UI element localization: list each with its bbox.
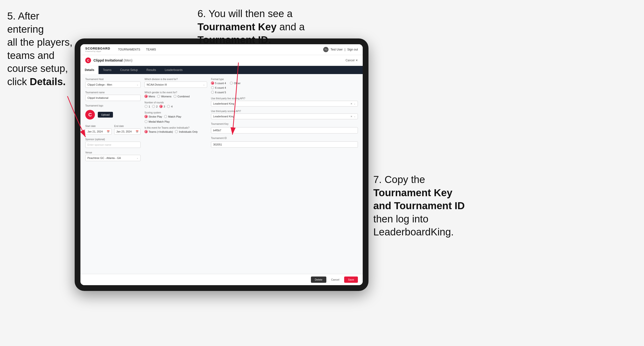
chevron-down-icon: ⌄ — [136, 83, 138, 86]
format-6count5[interactable]: 6 count 5 — [211, 91, 358, 94]
tab-details[interactable]: Details — [80, 66, 98, 74]
third-party-2-label: Use third-party scoring API? — [211, 110, 358, 113]
rounds-4-radio[interactable] — [167, 105, 170, 108]
division-select[interactable]: NCAA Division III ⌄ — [144, 82, 207, 88]
teams-label: Is this event for Teams and/or Individua… — [144, 127, 207, 129]
upload-button[interactable]: Upload — [98, 112, 113, 118]
tablet: SCOREBOARD Powered by clippd TOURNAMENTS… — [75, 38, 368, 291]
gender-mens[interactable]: Mens — [144, 95, 155, 98]
nav-separator: | — [345, 48, 345, 51]
tournament-host-select[interactable]: Clippd College - Men ⌄ — [85, 82, 141, 88]
nav-tournaments[interactable]: TOURNAMENTS — [118, 48, 140, 51]
gender-womens-radio[interactable] — [157, 95, 160, 98]
third-party-1-select[interactable]: Leaderboard King ✕ ⌄ — [211, 101, 358, 107]
individuals-only-radio[interactable] — [175, 130, 178, 133]
gender-mens-radio[interactable] — [144, 95, 148, 98]
col-right: Format type 5 count 4 Other — [211, 78, 358, 270]
main-content: Tournament Host Clippd College - Men ⌄ T… — [80, 74, 363, 274]
user-avatar: TU — [323, 47, 328, 52]
annotation-bottom-right: 7. Copy the Tournament Key and Tournamen… — [373, 173, 522, 239]
calendar-icon: 📅 — [107, 130, 110, 133]
chevron-down-icon-3: ⌄ — [354, 102, 356, 105]
format-other-radio[interactable] — [230, 82, 233, 85]
tournament-id-label: Tournament ID — [211, 137, 358, 140]
gender-womens[interactable]: Womens — [157, 95, 172, 98]
annotation-left: 5. After entering all the players, teams… — [7, 10, 75, 88]
format-6count4-radio[interactable] — [211, 86, 214, 89]
rounds-2-radio[interactable] — [152, 105, 155, 108]
cancel-button[interactable]: Cancel — [329, 277, 342, 283]
end-date-label: End date — [114, 125, 141, 127]
calendar-icon-2: 📅 — [136, 130, 138, 133]
nav-teams[interactable]: TEAMS — [146, 48, 156, 51]
division-group: Which division is the event for? NCAA Di… — [144, 78, 207, 88]
scoring-medal-radio[interactable] — [144, 120, 148, 123]
start-date-input[interactable]: Jan 21, 2024 📅 — [85, 128, 112, 135]
venue-select[interactable]: Peachtree GC - Atlanta - GA ⌄ — [85, 155, 141, 161]
dates-row: Start date Jan 21, 2024 📅 End date Jan 2… — [85, 125, 141, 135]
venue-chevron-icon: ⌄ — [136, 157, 138, 159]
scoring-group: Scoring system Stroke Play Match Play — [144, 111, 207, 123]
rounds-1-radio[interactable] — [144, 105, 148, 108]
tab-results[interactable]: Results — [142, 66, 160, 74]
save-button[interactable]: Save — [344, 277, 358, 283]
scoring-medal[interactable]: Medal Match Play — [144, 120, 170, 123]
scoring-match[interactable]: Match Play — [164, 115, 181, 118]
cancel-top-button[interactable]: Cancel ✕ — [346, 59, 358, 62]
tabs-bar: Details Teams Course Setup Results Leade… — [80, 66, 363, 74]
end-date-field: End date Jan 23, 2024 📅 — [114, 125, 141, 135]
col-middle: Which division is the event for? NCAA Di… — [144, 78, 207, 270]
format-other[interactable]: Other — [230, 82, 240, 85]
third-party-2-select[interactable]: Leaderboard King ✕ ⌄ — [211, 114, 358, 119]
third-party-1-label: Use third-party live scoring API? — [211, 97, 358, 100]
col-left: Tournament Host Clippd College - Men ⌄ T… — [85, 78, 141, 270]
tournament-key-label: Tournament Key — [211, 123, 358, 125]
end-date-input[interactable]: Jan 23, 2024 📅 — [114, 128, 141, 135]
clear-icon-1[interactable]: ✕ — [350, 102, 352, 105]
tournament-host-label: Tournament Host — [85, 78, 141, 81]
form-footer: Delete Cancel Save — [80, 274, 363, 285]
sponsor-input[interactable]: Enter sponsor name — [85, 142, 141, 148]
rounds-3-radio[interactable] — [160, 105, 162, 108]
nav-right: TU Test User | Sign out — [323, 47, 358, 52]
format-6count5-radio[interactable] — [211, 91, 214, 94]
scoring-radio-group: Stroke Play Match Play Medal Match Play — [144, 115, 207, 123]
teams-plus-radio[interactable] — [144, 130, 148, 133]
format-6count4[interactable]: 6 count 4 — [211, 86, 358, 89]
tab-leaderboards[interactable]: Leaderboards — [160, 66, 187, 74]
tab-course-setup[interactable]: Course Setup — [116, 66, 142, 74]
tournament-name-input[interactable]: Clippd Invitational — [85, 95, 141, 101]
scoring-match-radio[interactable] — [164, 115, 167, 118]
logo-area: SCOREBOARD Powered by clippd — [85, 47, 110, 52]
nav-username: Test User — [330, 48, 343, 51]
gender-combined-radio[interactable] — [174, 95, 176, 98]
tournament-host-group: Tournament Host Clippd College - Men ⌄ — [85, 78, 141, 88]
format-label: Format type — [211, 78, 358, 81]
logo-upload-area: C Upload — [85, 108, 141, 121]
scoring-stroke-radio[interactable] — [144, 115, 148, 118]
individuals-only[interactable]: Individuals Only — [175, 130, 198, 133]
nav-signout[interactable]: Sign out — [347, 48, 358, 51]
c-logo: C — [85, 57, 91, 63]
third-party-1-group: Use third-party live scoring API? Leader… — [211, 97, 358, 107]
logo-sub: Powered by clippd — [85, 50, 110, 52]
third-party-2-group: Use third-party scoring API? Leaderboard… — [211, 110, 358, 119]
format-5count4[interactable]: 5 count 4 — [211, 82, 226, 85]
page-title: Clippd Invitational (Men) — [94, 58, 132, 62]
logo-title: SCOREBOARD — [85, 47, 110, 50]
gender-combined[interactable]: Combined — [174, 95, 190, 98]
rounds-2[interactable]: 2 — [152, 105, 158, 108]
tournament-name-group: Tournament name Clippd Invitational — [85, 91, 141, 101]
tournament-key-value: b4f5b7 — [211, 127, 358, 134]
rounds-1[interactable]: 1 — [144, 105, 150, 108]
rounds-3[interactable]: 3 — [160, 105, 165, 108]
venue-group: Venue Peachtree GC - Atlanta - GA ⌄ — [85, 151, 141, 161]
chevron-down-icon-4: ⌄ — [354, 115, 356, 118]
clear-icon-2[interactable]: ✕ — [350, 115, 352, 118]
teams-plus-individuals[interactable]: Teams (+Individuals) — [144, 130, 173, 133]
format-5count4-radio[interactable] — [211, 82, 214, 85]
delete-button[interactable]: Delete — [311, 277, 326, 283]
scoring-stroke[interactable]: Stroke Play — [144, 115, 162, 118]
rounds-4[interactable]: 4 — [167, 105, 172, 108]
tab-teams[interactable]: Teams — [98, 66, 116, 74]
